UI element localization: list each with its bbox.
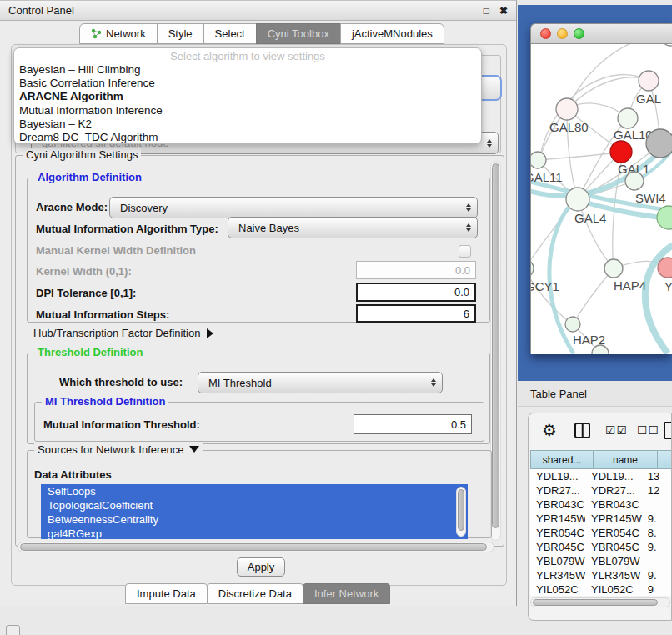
apply-button[interactable]: Apply (237, 558, 285, 577)
gear-icon[interactable]: ⚙ (542, 420, 557, 440)
network-node[interactable] (661, 44, 672, 46)
node-hap4[interactable] (604, 259, 623, 278)
table-cell[interactable]: YPR145W (585, 512, 642, 526)
settings-hscrollbar-thumb[interactable] (20, 543, 487, 551)
table-cell[interactable]: YDR27... (585, 483, 642, 498)
tab-discretize-data[interactable]: Discretize Data (207, 583, 303, 604)
node-gal10[interactable] (618, 108, 638, 128)
kernel-width-input[interactable]: 0.0 (356, 261, 476, 279)
node-gal4[interactable] (566, 188, 589, 211)
close-panel-icon[interactable]: ✖ (499, 5, 508, 17)
table-cell[interactable]: 9 (642, 582, 671, 596)
table-hscrollbar-thumb[interactable] (533, 599, 658, 606)
table-row[interactable]: YLR345WYLR345W9. (530, 568, 671, 582)
table-cell[interactable]: 8. (642, 526, 671, 540)
settings-hscrollbar[interactable] (18, 542, 494, 552)
attributes-scrollbar[interactable] (456, 487, 466, 537)
float-panel-icon[interactable]: □ (484, 5, 489, 17)
select-unchecked-icon[interactable]: ☐☐ (637, 423, 659, 437)
table-cell[interactable]: YLR345W (530, 568, 585, 582)
table-cell[interactable] (642, 554, 671, 568)
collapsed-panel-icon[interactable] (6, 625, 20, 635)
table-cell[interactable]: 9. (642, 540, 671, 554)
which-threshold-combo[interactable]: MI Threshold (198, 372, 443, 393)
algorithm-option[interactable]: Mutual Information Inference (14, 104, 481, 118)
minimize-window-icon[interactable] (557, 28, 568, 39)
document-icon[interactable] (664, 422, 672, 439)
column-header-partial[interactable] (657, 450, 672, 469)
dpi-tolerance-input[interactable]: 0.0 (356, 282, 476, 302)
tab-network[interactable]: Network (79, 23, 158, 44)
table-cell[interactable]: YIL052C (585, 582, 642, 596)
algorithm-option[interactable]: ARACNE Algorithm (14, 90, 481, 103)
sources-legend-toggle[interactable]: Sources for Network Inference (34, 443, 203, 456)
table-cell[interactable]: YBR043C (530, 498, 585, 512)
network-window-titlebar[interactable] (530, 23, 672, 44)
table-cell[interactable]: YLR345W (585, 568, 642, 582)
node-gal[interactable] (639, 71, 659, 91)
table-cell[interactable]: 9. (642, 512, 671, 526)
table-cell[interactable]: YDL19... (585, 469, 642, 483)
table-row[interactable]: YPR145WYPR145W9. (530, 512, 671, 526)
column-header-name[interactable]: name (593, 450, 658, 469)
mi-threshold-input[interactable]: 0.5 (354, 414, 472, 434)
mi-type-combo[interactable]: Naive Bayes (228, 217, 478, 238)
table-cell[interactable]: 9. (642, 568, 671, 582)
manual-kernel-checkbox[interactable] (459, 245, 471, 258)
table-row[interactable]: YER054CYER054C8. (530, 526, 671, 540)
table-cell[interactable]: YBL079W (530, 554, 585, 568)
table-cell[interactable]: YER054C (585, 526, 642, 540)
table-cell[interactable]: YDL19... (530, 469, 585, 483)
table-cell[interactable]: YDR27... (530, 483, 585, 498)
node-hap2[interactable] (565, 317, 580, 332)
table-cell[interactable]: YBL079W (585, 554, 642, 568)
columns-icon[interactable] (574, 422, 590, 438)
table-row[interactable]: YBR043CYBR043C (530, 498, 671, 512)
aracne-mode-combo[interactable]: Discovery (109, 197, 478, 218)
tab-infer-network[interactable]: Infer Network (303, 583, 390, 604)
node-gal1[interactable] (610, 141, 632, 162)
tab-jactivemnodules[interactable]: jActiveMNodules (340, 23, 444, 44)
node-y[interactable] (658, 258, 672, 278)
tab-cyni-toolbox[interactable]: Cyni Toolbox (256, 23, 341, 44)
algorithm-option[interactable]: Dream8 DC_TDC Algorithm (14, 131, 481, 144)
table-hscrollbar[interactable] (530, 598, 670, 608)
node-gal80[interactable] (556, 98, 578, 120)
hub-factor-toggle[interactable]: Hub/Transcription Factor Definition (33, 327, 213, 339)
algorithm-option[interactable]: Bayesian – K2 (14, 118, 481, 131)
attribute-item[interactable]: gal4RGexp (41, 527, 468, 539)
algorithm-option[interactable]: Basic Correlation Inference (14, 77, 481, 90)
select-checked-icon[interactable]: ☑☑ (605, 423, 628, 437)
table-cell[interactable]: YBR045C (530, 540, 585, 554)
attribute-item[interactable]: TopologicalCoefficient (41, 498, 468, 512)
network-node[interactable] (646, 129, 672, 158)
zoom-window-icon[interactable] (574, 28, 584, 39)
tab-style[interactable]: Style (157, 23, 204, 44)
table-cell[interactable]: YIL052C (530, 582, 585, 596)
mi-steps-input[interactable]: 6 (356, 304, 476, 322)
settings-scrollbar-thumb[interactable] (492, 163, 499, 528)
node-gal11[interactable] (531, 152, 546, 168)
algorithm-option[interactable]: Bayesian – Hill Climbing (14, 63, 481, 77)
tab-select[interactable]: Select (203, 23, 257, 44)
close-window-icon[interactable] (540, 28, 551, 39)
node-gcy1[interactable] (531, 259, 534, 278)
attribute-item[interactable]: SelfLoops (41, 484, 468, 498)
attributes-scrollbar-thumb[interactable] (458, 489, 464, 531)
table-cell[interactable]: 12 (642, 483, 671, 498)
column-header-shared-name[interactable]: shared... (530, 450, 594, 469)
table-cell[interactable]: 13 (642, 469, 671, 483)
table-row[interactable]: YBR045CYBR045C9. (530, 540, 671, 554)
table-cell[interactable] (642, 498, 671, 512)
table-row[interactable]: YDL19...YDL19...13 (530, 469, 671, 483)
table-cell[interactable]: YER054C (530, 526, 585, 540)
table-row[interactable]: YDR27...YDR27...12 (530, 483, 671, 498)
table-cell[interactable]: YPR145W (530, 512, 585, 526)
table-cell[interactable]: YBR043C (585, 498, 642, 512)
tab-impute-data[interactable]: Impute Data (125, 583, 208, 604)
data-attributes-list[interactable]: SelfLoopsTopologicalCoefficientBetweenne… (41, 484, 468, 539)
node-swi4[interactable] (625, 172, 644, 190)
table-row[interactable]: YBL079WYBL079W (530, 554, 671, 568)
table-row[interactable]: YIL052CYIL052C9 (530, 582, 671, 596)
network-view[interactable]: GALGAL80GAL10GAL1GAL11SWI4GAL4GCY1HAP4YH… (530, 44, 672, 354)
